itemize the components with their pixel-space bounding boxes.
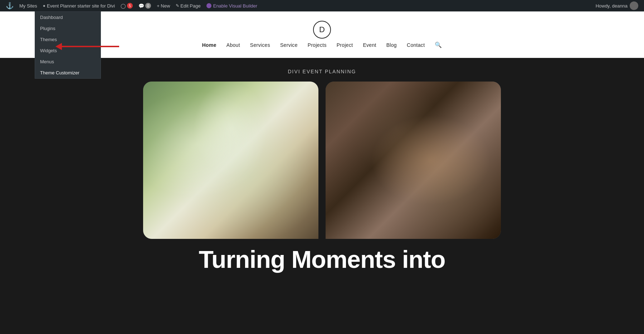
new-content-button[interactable]: + New [154,0,173,11]
hero-image-right [326,82,501,239]
hero-image-left [143,82,318,239]
nav-item-service[interactable]: Service [280,42,298,48]
enable-visual-builder-button[interactable]: Enable Visual Builder [204,0,260,11]
hero-heading: Turning Moments into [7,246,637,273]
nav-item-event[interactable]: Event [363,42,376,48]
dropdown-item-widgets[interactable]: Widgets [35,45,101,56]
wp-logo-button[interactable]: ⚓ [3,0,16,11]
site-title-button[interactable]: ● Event Planner starter site for Divi [40,0,118,11]
dropdown-item-menus[interactable]: Menus [35,56,101,67]
comments-button[interactable]: 💬 0 [136,0,154,11]
admin-dropdown-menu: Dashboard Plugins Themes Widgets Menus T… [35,11,101,79]
dropdown-item-theme-customizer[interactable]: Theme Customizer [35,67,101,78]
hero-text-area: Turning Moments into [0,246,644,273]
nav-item-project[interactable]: Project [337,42,353,48]
edit-page-button[interactable]: ✎ Edit Page [173,0,203,11]
nav-item-blog[interactable]: Blog [386,42,397,48]
howdy-button[interactable]: Howdy, deanna [593,0,641,11]
my-sites-button[interactable]: My Sites [16,0,40,11]
hero-site-title: Divi Event Planning [288,69,356,74]
main-content: Divi Event Planning Turning Moments into [0,58,644,334]
food-image [326,82,501,239]
nav-item-contact[interactable]: Contact [407,42,425,48]
site-nav: Home About Services Service Projects Pro… [202,41,442,48]
nav-item-projects[interactable]: Projects [308,42,327,48]
dropdown-item-themes[interactable]: Themes [35,34,101,45]
nav-item-about[interactable]: About [226,42,240,48]
search-icon[interactable]: 🔍 [435,41,442,48]
dropdown-item-plugins[interactable]: Plugins [35,23,101,34]
nav-item-home[interactable]: Home [202,42,216,48]
flower-image [143,82,318,239]
dropdown-item-dashboard[interactable]: Dashboard [35,12,101,23]
images-grid [0,82,644,239]
site-logo[interactable]: D [313,21,331,39]
admin-bar: ⚓ My Sites ● Event Planner starter site … [0,0,644,11]
updates-button[interactable]: ◯ 5 [118,0,136,11]
nav-item-services[interactable]: Services [250,42,270,48]
